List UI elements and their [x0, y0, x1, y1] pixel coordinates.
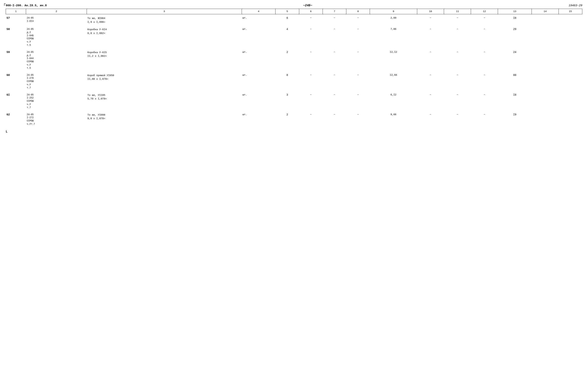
header-right: 19463-29	[569, 4, 582, 7]
table-row: 60 24-05I-278ССРОШч.Ут.7 Короб прямой УI…	[6, 71, 582, 90]
row-description: Короб прямой УI050 II,80 x I,078=	[87, 71, 242, 90]
row-col9: I2,I2	[370, 48, 417, 70]
row-code: 24-05I-278ССРОШч.Ут.7	[26, 71, 87, 90]
row-unit: шт.	[242, 71, 275, 90]
row-col12: −	[471, 91, 498, 110]
row-col12: −	[471, 111, 498, 126]
row-col7: −	[323, 91, 346, 110]
row-col7: −	[323, 111, 346, 126]
row-code: 24-05I-OI4	[26, 14, 87, 24]
row-col15	[559, 111, 582, 126]
row-col8: −	[346, 71, 370, 90]
row-code: 24-05д.2I-04БССРОШч.Ут.5	[26, 25, 87, 47]
row-col14	[532, 71, 559, 90]
row-number: 58	[6, 25, 26, 47]
row-number: 60	[6, 71, 26, 90]
corner-mark: Γ	[4, 3, 6, 7]
page-footer: L	[6, 130, 582, 133]
row-unit: шт.	[242, 48, 275, 70]
main-table: 1 2 3 4 5 6 7 8 9 10 11 12 13 14 15 57 2…	[6, 9, 582, 126]
col-header-12: 12	[471, 9, 498, 14]
row-col11: −	[444, 91, 471, 110]
col-header-9: 9	[370, 9, 417, 14]
col-header-3: 3	[87, 9, 242, 14]
row-col12: −	[471, 14, 498, 24]
row-col14	[532, 25, 559, 47]
row-col9: 9,66	[370, 111, 417, 126]
row-col6: −	[299, 25, 323, 47]
row-col8: −	[346, 111, 370, 126]
row-number: 57	[6, 14, 26, 24]
table-row: 62 24-05I-272ССРОШч.Ут.7 То же, УI0989,0…	[6, 111, 582, 126]
row-col6: −	[299, 71, 323, 90]
row-col10: −	[417, 91, 444, 110]
row-col10: −	[417, 14, 444, 24]
row-col13: 24	[498, 48, 532, 70]
row-col10: −	[417, 25, 444, 47]
row-col6: −	[299, 111, 323, 126]
col-header-13: 13	[498, 9, 532, 14]
row-number: 6I	[6, 91, 26, 110]
row-col9: 7,86	[370, 25, 417, 47]
row-col10: −	[417, 111, 444, 126]
row-col13: 29	[498, 25, 532, 47]
row-col7: −	[323, 71, 346, 90]
col-header-5: 5	[276, 9, 299, 14]
row-col7: −	[323, 25, 346, 47]
row-qty: 2	[276, 111, 299, 126]
row-col15	[559, 25, 582, 47]
row-col9: I2,66	[370, 71, 417, 90]
row-col10: −	[417, 71, 444, 90]
row-col12: −	[471, 71, 498, 90]
row-description: То же, УII055,70 x I,078=	[87, 91, 242, 110]
row-col7: −	[323, 48, 346, 70]
row-col13: I9	[498, 111, 532, 126]
row-col14	[532, 48, 559, 70]
row-col15	[559, 91, 582, 110]
table-row: 57 24-05I-OI4 То же, ЖI084 I,9 x I,098= …	[6, 14, 582, 24]
table-row: 6I 24-05I-252ССРОШч.Ут.7 То же, УII055,7…	[6, 91, 582, 110]
header-center: −24Б−	[54, 4, 561, 7]
col-header-2: 2	[26, 9, 87, 14]
row-col9: 6,I2	[370, 91, 417, 110]
row-unit: шт.	[242, 91, 275, 110]
row-col10: −	[417, 48, 444, 70]
row-qty: 2	[276, 48, 299, 70]
table-row: 59 24-05д.2I-044ССРОШч.Ут.5 Коробка У-6I…	[6, 48, 582, 70]
col-header-11: 11	[444, 9, 471, 14]
col-header-14: 14	[532, 9, 559, 14]
table-header-row: 1 2 3 4 5 6 7 8 9 10 11 12 13 14 15	[6, 9, 582, 14]
row-col14	[532, 91, 559, 110]
row-col8: −	[346, 48, 370, 70]
row-qty: 3	[276, 91, 299, 110]
col-header-10: 10	[417, 9, 444, 14]
row-col8: −	[346, 25, 370, 47]
row-col12: −	[471, 48, 498, 70]
page-header: Γ 908-I-200. Ан.I8.5, ин.8 −24Б− 19463-2…	[6, 4, 582, 7]
col-header-4: 4	[242, 9, 275, 14]
row-col9: 2,09	[370, 14, 417, 24]
row-col8: −	[346, 91, 370, 110]
row-col15	[559, 14, 582, 24]
row-qty: 4	[276, 25, 299, 47]
row-col14	[532, 14, 559, 24]
row-col13: I8	[498, 14, 532, 24]
col-header-15: 15	[559, 9, 582, 14]
row-col14	[532, 111, 559, 126]
row-col11: −	[444, 111, 471, 126]
row-col11: −	[444, 25, 471, 47]
row-col11: −	[444, 14, 471, 24]
col-header-6: 6	[299, 9, 323, 14]
row-col6: −	[299, 91, 323, 110]
row-col8: −	[346, 14, 370, 24]
table-row: 58 24-05д.2I-04БССРОШч.Ут.5 Коробка У-6I…	[6, 25, 582, 47]
row-col11: −	[444, 48, 471, 70]
row-code: 24-05I-252ССРОШч.Ут.7	[26, 91, 87, 110]
row-code: 24-05д.2I-044ССРОШч.Ут.5	[26, 48, 87, 70]
row-col6: −	[299, 48, 323, 70]
row-unit: шт.	[242, 14, 275, 24]
row-unit: шт.	[242, 25, 275, 47]
row-number: 59	[6, 48, 26, 70]
row-unit: шт.	[242, 111, 275, 126]
row-col13: 88	[498, 71, 532, 90]
